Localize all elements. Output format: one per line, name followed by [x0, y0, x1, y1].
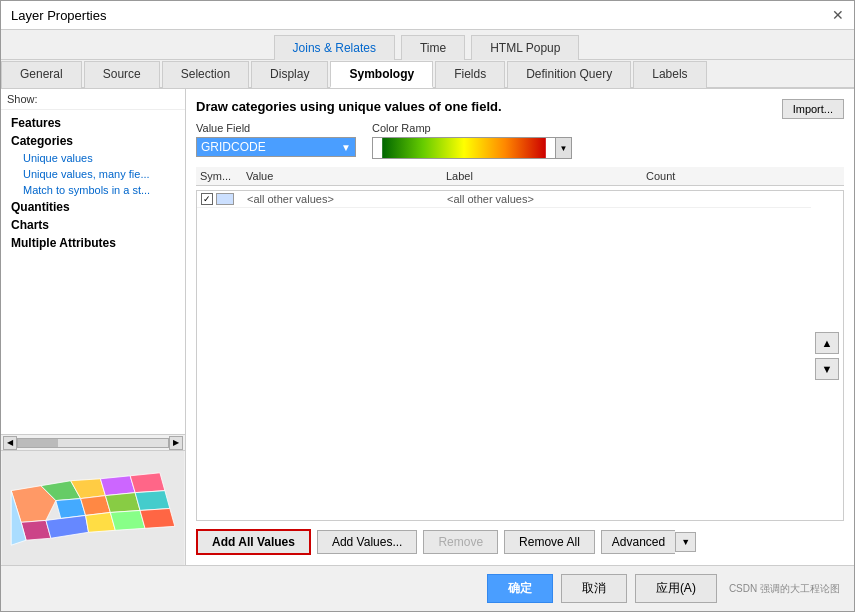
tab-symbology[interactable]: Symbology: [330, 61, 433, 88]
color-ramp-arrow-icon: ▼: [555, 138, 571, 158]
tab-fields[interactable]: Fields: [435, 61, 505, 88]
import-button[interactable]: Import...: [782, 99, 844, 119]
scroll-left-btn[interactable]: ◀: [3, 436, 17, 450]
map-preview: [1, 450, 185, 565]
tab-labels[interactable]: Labels: [633, 61, 706, 88]
value-field-label: Value Field: [196, 122, 356, 134]
scroll-right-btn[interactable]: ▶: [169, 436, 183, 450]
layer-properties-dialog: Layer Properties ✕ Joins & Relates Time …: [0, 0, 855, 612]
watermark: CSDN 强调的大工程论图: [729, 582, 840, 596]
col-header-sym: Sym...: [196, 170, 246, 182]
cancel-button[interactable]: 取消: [561, 574, 627, 603]
left-item-features[interactable]: Features: [1, 114, 185, 132]
title-bar: Layer Properties ✕: [1, 1, 854, 30]
col-header-count: Count: [646, 170, 844, 182]
sym-cell: ✓: [197, 193, 247, 205]
advanced-button-group: Advanced ▼: [601, 530, 696, 554]
ok-button[interactable]: 确定: [487, 574, 553, 603]
tabs-row1: Joins & Relates Time HTML Popup: [1, 30, 854, 60]
remove-all-button[interactable]: Remove All: [504, 530, 595, 554]
scrollbar-thumb: [18, 439, 58, 447]
advanced-button[interactable]: Advanced: [601, 530, 675, 554]
table-row[interactable]: ✓ <all other values> <all other values>: [197, 191, 811, 208]
tab-display[interactable]: Display: [251, 61, 328, 88]
add-values-button[interactable]: Add Values...: [317, 530, 418, 554]
field-row: Value Field GRIDCODE ▼ Color Ramp: [196, 122, 844, 159]
tabs-row2: General Source Selection Display Symbolo…: [1, 60, 854, 89]
scrollbar-track: [17, 438, 169, 448]
move-down-button[interactable]: ▼: [815, 358, 839, 380]
tab-source[interactable]: Source: [84, 61, 160, 88]
tab-definition-query[interactable]: Definition Query: [507, 61, 631, 88]
svg-marker-4: [100, 476, 135, 496]
add-all-values-button[interactable]: Add All Values: [196, 529, 311, 555]
color-ramp-select[interactable]: ▼: [372, 137, 572, 159]
left-item-match-symbols[interactable]: Match to symbols in a st...: [1, 182, 185, 198]
left-item-multiple-attributes[interactable]: Multiple Attributes: [1, 234, 185, 252]
col-header-value: Value: [246, 170, 446, 182]
svg-marker-9: [135, 491, 170, 511]
color-ramp-label: Color Ramp: [372, 122, 572, 134]
sym-color-box: [216, 193, 234, 205]
svg-marker-5: [130, 473, 165, 493]
left-item-charts[interactable]: Charts: [1, 216, 185, 234]
tab-selection[interactable]: Selection: [162, 61, 249, 88]
content-area: Show: Features Categories Unique values …: [1, 89, 854, 565]
right-panel: Draw categories using unique values of o…: [186, 89, 854, 565]
col-header-label: Label: [446, 170, 646, 182]
tab-joins-relates[interactable]: Joins & Relates: [274, 35, 395, 60]
dropdown-arrow-icon: ▼: [341, 142, 351, 153]
show-label: Show:: [1, 89, 185, 110]
row-checkbox[interactable]: ✓: [201, 193, 213, 205]
remove-button[interactable]: Remove: [423, 530, 498, 554]
table-inner: ✓ <all other values> <all other values>: [197, 191, 811, 520]
label-cell: <all other values>: [447, 193, 647, 205]
bottom-buttons: Add All Values Add Values... Remove Remo…: [196, 529, 844, 555]
svg-marker-14: [140, 508, 175, 528]
left-panel: Show: Features Categories Unique values …: [1, 89, 186, 565]
svg-rect-16: [382, 138, 546, 158]
svg-marker-8: [105, 493, 140, 513]
dialog-footer: 确定 取消 应用(A) CSDN 强调的大工程论图: [1, 565, 854, 611]
left-panel-scrollbar: ◀ ▶: [1, 434, 185, 450]
value-field-select[interactable]: GRIDCODE ▼: [196, 137, 356, 157]
table-with-arrows: ✓ <all other values> <all other values> …: [196, 190, 844, 521]
left-item-unique-values-many[interactable]: Unique values, many fie...: [1, 166, 185, 182]
move-up-button[interactable]: ▲: [815, 332, 839, 354]
left-item-categories[interactable]: Categories: [1, 132, 185, 150]
draw-title: Draw categories using unique values of o…: [196, 99, 502, 114]
left-item-unique-values[interactable]: Unique values: [1, 150, 185, 166]
value-field-group: Value Field GRIDCODE ▼: [196, 122, 356, 157]
value-field-value: GRIDCODE: [201, 140, 266, 154]
svg-marker-13: [110, 510, 145, 530]
close-button[interactable]: ✕: [832, 7, 844, 23]
color-ramp-group: Color Ramp: [372, 122, 572, 159]
tab-html-popup[interactable]: HTML Popup: [471, 35, 579, 60]
tab-time[interactable]: Time: [401, 35, 465, 60]
value-cell: <all other values>: [247, 193, 447, 205]
left-panel-list: Features Categories Unique values Unique…: [1, 110, 185, 434]
dialog-title: Layer Properties: [11, 8, 106, 23]
table-header: Sym... Value Label Count: [196, 167, 844, 186]
advanced-dropdown-button[interactable]: ▼: [675, 532, 696, 552]
tab-general[interactable]: General: [1, 61, 82, 88]
left-item-quantities[interactable]: Quantities: [1, 198, 185, 216]
apply-button[interactable]: 应用(A): [635, 574, 717, 603]
side-arrows: ▲ ▼: [811, 191, 843, 520]
